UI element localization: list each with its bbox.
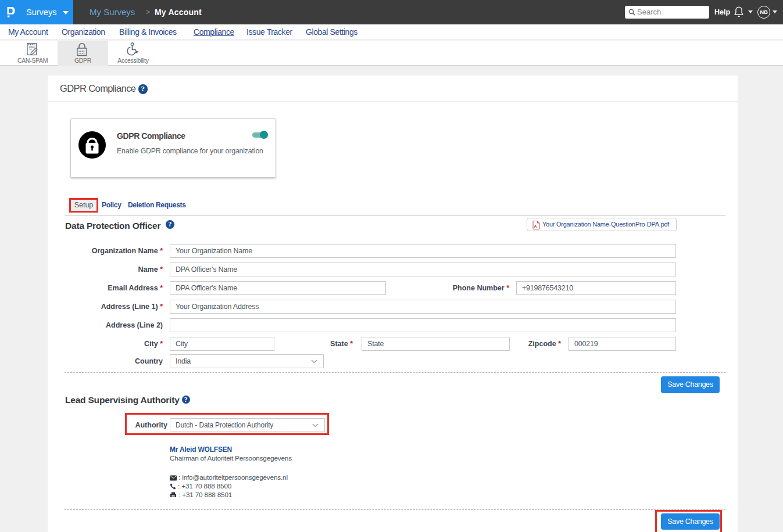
svg-text:A: A <box>534 224 537 228</box>
